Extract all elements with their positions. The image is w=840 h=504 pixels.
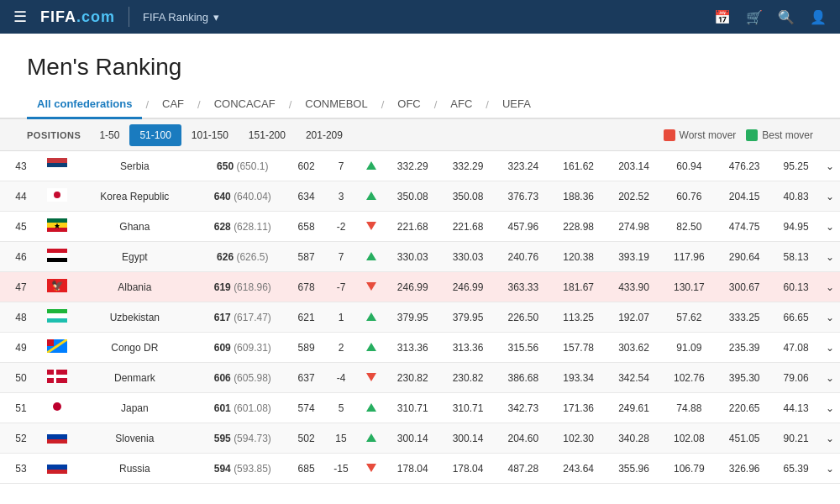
c2-cell: 300.14 (440, 423, 496, 454)
worst-mover-label: Worst mover (680, 129, 737, 141)
tab-all-confederations[interactable]: All confederations (27, 91, 142, 119)
arrow-down-icon (366, 222, 376, 230)
c6-cell: 106.79 (661, 454, 717, 484)
country-name[interactable]: Egypt (72, 242, 197, 272)
c8-cell: 40.83 (772, 181, 820, 212)
sub-tab-201-209[interactable]: 201-209 (296, 124, 353, 146)
sub-tab-151-200[interactable]: 151-200 (239, 124, 296, 146)
tab-afc[interactable]: AFC (440, 91, 482, 119)
rank-cell: 50 (0, 363, 42, 393)
country-name[interactable]: Russia (72, 454, 197, 484)
user-icon[interactable]: 👤 (810, 9, 827, 25)
country-name[interactable]: Serbia (72, 151, 197, 181)
header-icons: 📅 🛒 🔍 👤 (714, 9, 827, 25)
expand-chevron-icon[interactable]: ⌄ (820, 181, 840, 212)
c4-cell: 120.38 (551, 242, 606, 272)
arrow-up-icon (366, 343, 376, 351)
prev-points-cell: 602 (288, 151, 324, 181)
page-title: Men's Ranking (27, 54, 813, 81)
c4-cell: 113.25 (551, 302, 606, 333)
c4-cell: 171.36 (551, 393, 606, 423)
direction-icon-cell (358, 181, 385, 212)
country-name[interactable]: Korea Republic (72, 181, 197, 212)
c5-cell: 355.96 (606, 454, 662, 484)
arrow-down-icon (366, 282, 376, 291)
expand-chevron-icon[interactable]: ⌄ (820, 151, 840, 181)
tab-conmebol[interactable]: CONMEBOL (295, 91, 377, 119)
positions-label: POSITIONS (27, 130, 81, 140)
c7-cell: 474.75 (717, 212, 772, 242)
c7-cell: 451.05 (717, 423, 772, 454)
prev-points-cell: 502 (288, 423, 324, 454)
expand-chevron-icon[interactable]: ⌄ (820, 242, 840, 272)
arrow-down-icon (366, 373, 376, 381)
cart-icon[interactable]: 🛒 (746, 9, 763, 25)
svg-rect-11 (47, 258, 67, 262)
c3-cell: 342.73 (496, 393, 551, 423)
table-row: 45 Ghana 628 (628.11) 658 -2 221.68 221.… (0, 212, 840, 242)
c7-cell: 220.65 (717, 393, 772, 423)
tab-concacaf[interactable]: CONCACAF (204, 91, 286, 119)
expand-chevron-icon[interactable]: ⌄ (820, 302, 840, 333)
rank-cell: 52 (0, 423, 42, 454)
country-name[interactable]: Congo DR (72, 333, 197, 363)
points-cell: 606 (605.98) (197, 363, 288, 393)
fifa-logo-accent: .com (76, 8, 115, 25)
expand-chevron-icon[interactable]: ⌄ (820, 272, 840, 302)
c6-cell: 102.08 (661, 423, 717, 454)
tab-ofc[interactable]: OFC (387, 91, 430, 119)
country-name[interactable]: Slovenia (72, 423, 197, 454)
sub-tab-101-150[interactable]: 101-150 (181, 124, 239, 146)
search-icon[interactable]: 🔍 (778, 9, 795, 25)
c3-cell: 323.24 (496, 151, 551, 181)
flag-cell: 🦅 (42, 272, 72, 302)
expand-chevron-icon[interactable]: ⌄ (820, 212, 840, 242)
country-name[interactable]: Japan (72, 393, 197, 423)
flag-cell (42, 212, 72, 242)
expand-chevron-icon[interactable]: ⌄ (820, 363, 840, 393)
country-name[interactable]: Albania (72, 272, 197, 302)
sub-tab-1-50[interactable]: 1-50 (89, 124, 129, 146)
change-cell: -15 (324, 454, 358, 484)
expand-chevron-icon[interactable]: ⌄ (820, 423, 840, 454)
c1-cell: 330.03 (385, 242, 440, 272)
svg-rect-29 (47, 465, 67, 470)
svg-rect-1 (47, 163, 67, 167)
expand-chevron-icon[interactable]: ⌄ (820, 454, 840, 484)
c4-cell: 181.67 (551, 272, 606, 302)
svg-rect-22 (47, 375, 67, 378)
expand-chevron-icon[interactable]: ⌄ (820, 333, 840, 363)
rank-cell: 48 (0, 302, 42, 333)
direction-icon-cell (358, 272, 385, 302)
c1-cell: 310.71 (385, 393, 440, 423)
table-row: 47 🦅 Albania 619 (618.96) 678 -7 246.99 … (0, 272, 840, 302)
c2-cell: 310.71 (440, 393, 496, 423)
c2-cell: 332.29 (440, 151, 496, 181)
flag-cell (42, 181, 72, 212)
c5-cell: 340.28 (606, 423, 662, 454)
tab-uefa[interactable]: UEFA (492, 91, 541, 119)
c6-cell: 60.76 (661, 181, 717, 212)
points-cell: 595 (594.73) (197, 423, 288, 454)
menu-icon[interactable]: ☰ (13, 8, 27, 26)
c7-cell: 395.30 (717, 363, 772, 393)
expand-chevron-icon[interactable]: ⌄ (820, 393, 840, 423)
direction-icon-cell (358, 212, 385, 242)
country-name[interactable]: Uzbekistan (72, 302, 197, 333)
flag-cell (42, 242, 72, 272)
calendar-icon[interactable]: 📅 (714, 9, 731, 25)
country-name[interactable]: Ghana (72, 212, 197, 242)
sub-tab-51-100[interactable]: 51-100 (129, 124, 181, 146)
c5-cell: 203.14 (606, 151, 662, 181)
country-name[interactable]: Denmark (72, 363, 197, 393)
c7-cell: 476.23 (717, 151, 772, 181)
best-mover-label: Best mover (762, 129, 813, 141)
tab-caf[interactable]: CAF (152, 91, 194, 119)
c1-cell: 230.82 (385, 363, 440, 393)
svg-rect-26 (47, 434, 67, 439)
direction-icon-cell (358, 151, 385, 181)
c4-cell: 102.30 (551, 423, 606, 454)
c1-cell: 332.29 (385, 151, 440, 181)
legend: Worst mover Best mover (664, 129, 813, 141)
page-title-section: Men's Ranking (0, 34, 840, 91)
